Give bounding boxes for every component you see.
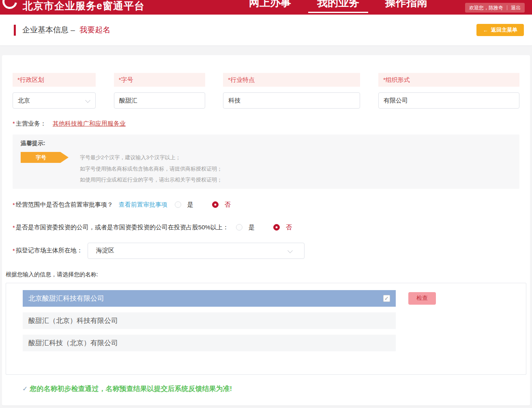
name-option-selected[interactable]: 北京酸甜汇科技有限公司 ✓	[23, 290, 396, 307]
page-title-current: 我要起名	[79, 26, 110, 34]
name-option[interactable]: 酸甜汇（北京）科技有限公司	[23, 312, 396, 329]
company-name-form: *行政区划 北京 *字号 酸甜汇 *行业特点 科技 *组织形式 有限公司	[13, 55, 519, 109]
success-check-icon: ✓	[22, 385, 28, 393]
required-mark: *	[13, 120, 15, 127]
tip-line: 如字号使用驰名商标或包含驰名商标，请提供商标授权证明；	[80, 163, 222, 175]
admin-region-label: *行政区划	[13, 73, 96, 87]
radio-sasac-no-label[interactable]: 否	[286, 224, 292, 231]
radio-sasac-yes-label[interactable]: 是	[249, 224, 255, 231]
field-trade-name: *字号 酸甜汇	[114, 73, 205, 109]
title-accent-bar	[14, 25, 16, 36]
radio-pre-approval-yes[interactable]	[175, 201, 181, 208]
required-mark: *	[13, 224, 15, 231]
radio-pre-approval-no[interactable]	[212, 201, 219, 208]
name-selection-prompt: 根据您输入的信息，请选择您的名称:	[6, 271, 526, 278]
required-mark: *	[13, 201, 15, 208]
registration-location-select[interactable]: 海淀区	[88, 243, 305, 259]
nav-item-operation-guide[interactable]: 操作指南	[376, 0, 436, 13]
radio-pre-approval-no-label[interactable]: 否	[225, 201, 231, 209]
field-organization-form: *组织形式 有限公司	[378, 73, 519, 109]
required-mark: *	[13, 247, 15, 254]
name-check-result: ✓ 您的名称初步检查通过，名称预查结果以提交后系统反馈结果为准!	[6, 384, 526, 393]
trade-name-input[interactable]: 酸甜汇	[114, 92, 205, 109]
question-sasac-label: 是否是市国资委投资的公司，或者是市国资委投资的公司在投资占股50%以上：	[16, 224, 229, 231]
brand-title: 北京市企业服务e窗通平台	[23, 0, 145, 12]
check-name-button[interactable]: 检查	[408, 292, 436, 305]
trade-name-label: *字号	[114, 73, 205, 87]
admin-region-select[interactable]: 北京	[13, 92, 96, 109]
tips-lines: 字号最少2个汉字，建议输入3个汉字以上； 如字号使用驰名商标或包含驰名商标，请提…	[80, 152, 222, 186]
view-pre-approval-link[interactable]: 查看前置审批事项	[119, 201, 167, 209]
name-option-label: 北京酸甜汇科技有限公司	[28, 294, 104, 303]
divider	[507, 5, 507, 10]
question-pre-approval-label: 经营范围中是否包含前置审批事项？	[16, 201, 113, 209]
brand-logo-icon	[0, 0, 20, 12]
tip-line: 字号最少2个汉字，建议输入3个汉字以上；	[80, 152, 222, 163]
form-card: *行政区划 北京 *字号 酸甜汇 *行业特点 科技 *组织形式 有限公司 *主营…	[2, 55, 530, 406]
registration-location-label: 拟登记市场主体所在地：	[16, 247, 83, 254]
user-welcome-badge: 欢迎您，陈雅奇 退出	[465, 3, 525, 13]
main-business-row: *主营业务：其他科技推广和应用服务业	[13, 120, 519, 128]
app-header: 北京市企业服务e窗通平台 网上办事 我的业务 操作指南 欢迎您，陈雅奇 退出	[0, 0, 532, 15]
welcome-text: 欢迎您，陈雅奇	[469, 4, 503, 11]
question-sasac-investment: * 是否是市国资委投资的公司，或者是市国资委投资的公司在投资占股50%以上： 是…	[13, 224, 519, 231]
checkbox-checked-icon[interactable]: ✓	[383, 295, 390, 302]
nav-item-online-services[interactable]: 网上办事	[240, 0, 300, 13]
radio-sasac-yes[interactable]	[236, 224, 242, 231]
nav-item-my-business[interactable]: 我的业务	[308, 0, 368, 13]
page-title-section: 企业基本信息 –	[22, 26, 75, 34]
tips-title: 温馨提示:	[21, 140, 511, 147]
industry-feature-label: *行业特点	[223, 73, 360, 87]
organization-form-label: *组织形式	[378, 73, 519, 87]
page-title: 企业基本信息 – 我要起名	[22, 15, 110, 45]
page-title-bar: 企业基本信息 – 我要起名 ← 返回主菜单	[0, 15, 532, 45]
main-business-link[interactable]: 其他科技推广和应用服务业	[53, 120, 126, 127]
name-options-box: 北京酸甜汇科技有限公司 ✓ 检查 酸甜汇（北京）科技有限公司 酸甜汇科技（北京）…	[6, 283, 526, 375]
industry-feature-input[interactable]: 科技	[223, 92, 360, 109]
registration-location-row: * 拟登记市场主体所在地： 海淀区	[13, 243, 519, 259]
tip-line: 如使用同行业或相近行业的字号，请出示相关字号授权证明；	[80, 174, 222, 186]
back-arrow-icon: ←	[483, 27, 488, 33]
tips-panel: 温馨提示: 字号 字号最少2个汉字，建议输入3个汉字以上； 如字号使用驰名商标或…	[13, 135, 519, 189]
name-option-label: 酸甜汇（北京）科技有限公司	[28, 316, 118, 325]
logout-button[interactable]: 退出	[511, 4, 521, 11]
trade-name-badge: 字号	[21, 152, 69, 163]
main-nav: 网上办事 我的业务 操作指南	[240, 0, 436, 13]
radio-pre-approval-yes-label[interactable]: 是	[187, 201, 193, 209]
field-industry-feature: *行业特点 科技	[223, 73, 360, 109]
main-business-label: 主营业务：	[16, 120, 46, 127]
field-admin-region: *行政区划 北京	[13, 73, 96, 109]
result-message: 您的名称初步检查通过，名称预查结果以提交后系统反馈结果为准!	[30, 384, 232, 393]
back-to-main-menu-button[interactable]: ← 返回主菜单	[476, 24, 524, 36]
organization-form-input[interactable]: 有限公司	[378, 92, 519, 109]
question-pre-approval: * 经营范围中是否包含前置审批事项？ 查看前置审批事项 是 否	[13, 201, 519, 209]
radio-sasac-no[interactable]	[273, 224, 280, 231]
name-option[interactable]: 酸甜汇科技（北京）有限公司	[23, 335, 396, 351]
name-option-label: 酸甜汇科技（北京）有限公司	[28, 338, 118, 348]
back-button-label: 返回主菜单	[491, 26, 517, 34]
